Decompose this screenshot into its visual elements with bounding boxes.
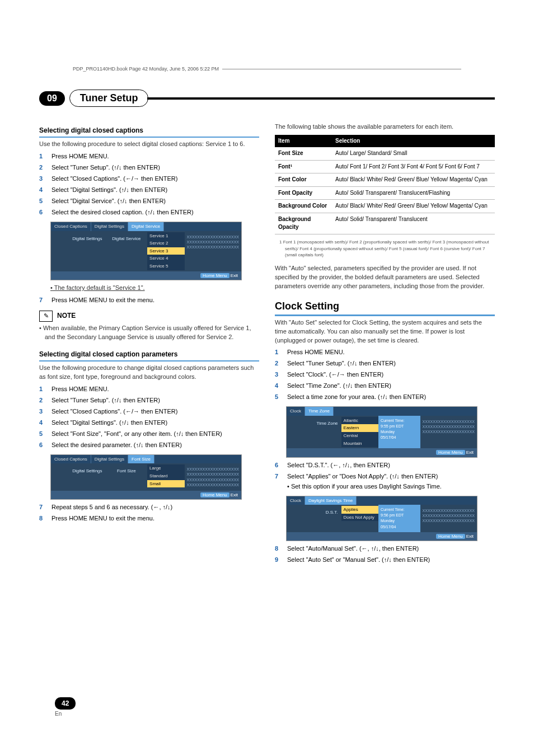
menu-placeholder-text: XXXXXXXXXXXXXXXXXXXX XXXXXXXXXXXXXXXXXXX… [185, 231, 241, 271]
menu-side-label: Digital Settings [51, 231, 106, 271]
subhead-digital-cc: Selecting digital closed captions [39, 126, 259, 138]
menu-side-label: Time Zone [287, 416, 341, 448]
crumb-active: Time Zone [305, 407, 334, 416]
header-rule [222, 69, 461, 69]
param-table-intro: The following table shows the available … [275, 123, 495, 132]
step: 5Select a time zone for your area. (↑/↓ … [275, 393, 495, 402]
step-text: Select "Time Zone". (↑/↓ then ENTER) [287, 382, 391, 391]
step: 7Repeat steps 5 and 6 as necessary. (←, … [39, 503, 259, 512]
menu-item: Atlantic [341, 417, 379, 425]
crumb-active: Daylight Savings Time [305, 496, 357, 505]
exit-label: Exit [231, 273, 238, 278]
content-columns: Selecting digital closed captions Use th… [39, 123, 495, 568]
step: 4Select "Digital Settings". (↑/↓ then EN… [39, 419, 259, 428]
step: 4Select "Time Zone". (↑/↓ then ENTER) [275, 382, 495, 391]
page-language: En [55, 711, 76, 717]
step-text: Press HOME MENU. [287, 348, 345, 357]
info-line: 05/17/04 [381, 524, 418, 530]
note-block: ✎ NOTE [39, 311, 259, 322]
menu-item: Service 1 [147, 232, 185, 240]
step-text: Select "Auto/Manual Set". (←, ↑/↓, then … [287, 544, 419, 553]
crumb: Closed Captions [51, 222, 91, 231]
step: 1Press HOME MENU. [275, 348, 495, 357]
auto-note: With "Auto" selected, parameters specifi… [275, 264, 495, 291]
param-table: Item Selection Font SizeAuto/ Large/ Sta… [275, 135, 495, 234]
step-text: Select "Clock". (←/→ then ENTER) [287, 370, 383, 379]
step-text: Repeat steps 5 and 6 as necessary. (←, ↑… [51, 503, 172, 512]
step: 2Select "Tuner Setup". (↑/↓ then ENTER) [275, 359, 495, 368]
step: 6Select the desired closed caption. (↑/↓… [39, 208, 259, 217]
procedure-digital-cc: 1Press HOME MENU. 2Select "Tuner Setup".… [39, 152, 259, 217]
step-text: Press HOME MENU. [51, 152, 109, 161]
home-menu-badge: Home Menu [436, 450, 465, 455]
chapter-title: Tuner Setup [69, 90, 149, 107]
procedure-cc-params: 1Press HOME MENU. 2Select "Tuner Setup".… [39, 385, 259, 450]
menu-item-selected: Service 3 [147, 247, 185, 255]
current-time-panel: Current Time: 9:56 pm EDT Monday 05/17/0… [378, 505, 420, 532]
cell-key: Background Color [275, 200, 332, 213]
cell-val: Auto/ Solid/ Transparent/ Translucent [332, 213, 495, 234]
table-row: Font¹Auto/ Font 1/ Font 2/ Font 3/ Font … [275, 160, 495, 173]
step-text: Select "Closed Captions". (←/→ then ENTE… [51, 175, 177, 184]
step: 9Select "Auto Set" or "Manual Set". (↑/↓… [275, 556, 495, 565]
step: 7Press HOME MENU to exit the menu. [39, 296, 259, 305]
menu-list: Large Standard Small [147, 463, 185, 490]
table-row: Font SizeAuto/ Large/ Standard/ Small [275, 147, 495, 160]
home-menu-badge: Home Menu [200, 273, 229, 278]
exit-label: Exit [231, 492, 238, 497]
step: 3Select "Clock". (←/→ then ENTER) [275, 370, 495, 379]
current-time-panel: Current Time: 9:55 pm EDT Monday 05/17/0… [378, 416, 420, 448]
step-text: Select the desired parameter. (↑/↓ then … [51, 441, 182, 450]
clock-intro: With "Auto Set" selected for Clock Setti… [275, 318, 495, 345]
cell-key: Font¹ [275, 160, 332, 173]
table-header-row: Item Selection [275, 135, 495, 148]
menu-list: Atlantic Eastern Central Mountain [341, 416, 379, 448]
chapter-rule [147, 97, 495, 100]
info-line: 05/17/04 [381, 435, 418, 440]
menu-item: Large [147, 464, 185, 472]
crumb-active: Digital Service [128, 222, 164, 231]
menu-mid-label: Digital Service [106, 231, 148, 271]
info-line: Monday [381, 429, 418, 435]
cell-val: Auto/ Black/ White/ Red/ Green/ Blue/ Ye… [332, 173, 495, 187]
table-row: Background OpacityAuto/ Solid/ Transpare… [275, 213, 495, 234]
menu-placeholder-text: XXXXXXXXXXXXXXXXXXXX XXXXXXXXXXXXXXXXXXX… [420, 416, 477, 448]
table-row: Font OpacityAuto/ Solid/ Transparent/ Tr… [275, 186, 495, 200]
step-text: Select a time zone for your area. (↑/↓ t… [287, 393, 426, 402]
step-text: Select "Auto Set" or "Manual Set". (↑/↓ … [287, 556, 430, 565]
cell-key: Font Color [275, 173, 332, 187]
book-header-line: PDP_PRO1140HD.book Page 42 Monday, June … [73, 66, 461, 72]
cell-key: Font Opacity [275, 186, 332, 200]
step-text: Select "D.S.T.". (←, ↑/↓, then ENTER) [287, 461, 390, 470]
step-text: Select "Closed Captions". (←/→ then ENTE… [51, 407, 177, 416]
menu-item: Standard [147, 472, 185, 480]
step: 5Select "Digital Service". (↑/↓ then ENT… [39, 197, 259, 206]
cell-key: Font Size [275, 147, 332, 160]
step: 2Select "Tuner Setup". (↑/↓ then ENTER) [39, 396, 259, 405]
subhead-cc-params: Selecting digital closed caption paramet… [39, 350, 259, 361]
step: 2Select "Tuner Setup". (↑/↓ then ENTER) [39, 163, 259, 172]
step: 3Select "Closed Captions". (←/→ then ENT… [39, 175, 259, 184]
procedure-clock-2: 6Select "D.S.T.". (←, ↑/↓, then ENTER) 7… [275, 461, 495, 491]
cell-val: Auto/ Font 1/ Font 2/ Font 3/ Font 4/ Fo… [332, 160, 495, 173]
exit-label: Exit [466, 450, 474, 455]
step-text: Press HOME MENU to exit the menu. [51, 514, 154, 523]
section-clock-setting: Clock Setting [275, 299, 495, 316]
menu-list: Applies Does Not Apply [341, 505, 379, 532]
menu-side-label: Digital Settings [51, 463, 106, 490]
menu-item: Does Not Apply [341, 514, 379, 522]
info-line: 9:55 pm EDT [381, 424, 418, 429]
menu-item: Mountain [341, 440, 379, 448]
step-text: Select "Font Size", "Font", or any other… [51, 430, 222, 439]
th-item: Item [275, 135, 332, 148]
menu-screenshot-digital-service: Closed Captions Digital Settings Digital… [50, 222, 242, 280]
menu-screenshot-dst: Clock Daylight Savings Time D.S.T. Appli… [286, 496, 477, 542]
cell-val: Auto/ Large/ Standard/ Small [332, 147, 495, 160]
step: 5Select "Font Size", "Font", or any othe… [39, 430, 259, 439]
crumb: Digital Settings [91, 455, 128, 464]
book-filename: PDP_PRO1140HD.book Page 42 Monday, June … [73, 66, 219, 72]
intro-digital-cc: Use the following procedure to select di… [39, 140, 259, 149]
step-text: Select "Digital Settings". (↑/↓ then ENT… [51, 419, 167, 428]
crumb-active: Font Size [128, 455, 154, 464]
step: 6Select the desired parameter. (↑/↓ then… [39, 441, 259, 450]
